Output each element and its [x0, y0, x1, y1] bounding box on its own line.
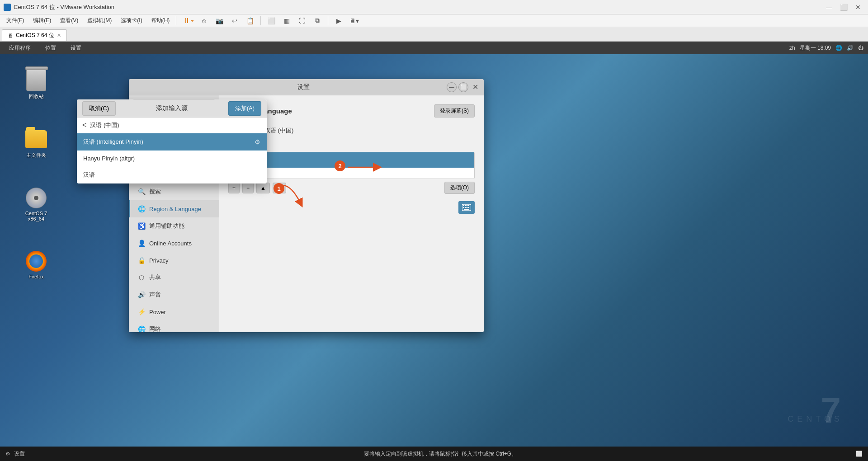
sidebar-item-privacy[interactable]: 🔒 Privacy: [129, 252, 219, 269]
normal-view-btn[interactable]: ⬜: [264, 16, 278, 26]
desktop-area: 回收站 主文件夹 CentOS 7 x86_64: [0, 54, 868, 447]
move-up-btn[interactable]: ▲: [256, 183, 270, 193]
dialog-item-hanyu-pinyin[interactable]: Hanyu Pinyin (altgr): [77, 151, 267, 166]
settings-minimize-btn[interactable]: —: [447, 82, 457, 92]
keyboard-section: [228, 201, 475, 214]
snapshot-mgr-btn[interactable]: 📋: [243, 16, 257, 26]
svg-rect-1: [463, 205, 464, 206]
guest-location-menu[interactable]: 位置: [41, 44, 61, 52]
sidebar-item-online-accounts[interactable]: 👤 Online Accounts: [129, 235, 219, 252]
sidebar-accessibility-label: 通用辅助功能: [149, 222, 184, 230]
breadcrumb-text: 汉语 (中国): [90, 121, 119, 129]
dialog-breadcrumb: < 汉语 (中国): [77, 118, 267, 133]
sidebar-search-label: 搜索: [149, 188, 161, 196]
settings-maximize-btn[interactable]: ⬜: [458, 82, 468, 92]
sidebar-privacy-label: Privacy: [149, 257, 169, 264]
revert-btn[interactable]: ↩: [228, 16, 241, 26]
vmware-toolbar: ⏸▾ ⎋ 📷 ↩ 📋 ⬜ ▦ ⛶ ⧉ ▶ 🖥▾: [182, 16, 361, 26]
display-btn[interactable]: 🖥▾: [347, 16, 361, 26]
desktop-icon-firefox[interactable]: Firefox: [18, 249, 54, 281]
input-source-actions: + − ▲ ▼ 选项(O): [228, 182, 475, 194]
toolbar-divider: [176, 16, 176, 25]
step2-label: 2: [338, 163, 341, 169]
tab-label: CentOS 7 64 位: [16, 32, 54, 39]
sound-nav-icon: 🔊: [137, 291, 146, 299]
pause-btn[interactable]: ⏸▾: [182, 16, 195, 26]
firefox-icon-shape: [26, 251, 47, 272]
tab-close-icon[interactable]: ✕: [57, 33, 61, 38]
sidebar-item-region[interactable]: 🌐 Region & Language: [129, 200, 219, 217]
vm-settings-icon: ⚙: [5, 451, 10, 457]
menu-vm[interactable]: 虚拟机(M): [83, 14, 116, 27]
full-screen-btn[interactable]: ⛶: [295, 16, 309, 26]
step2-badge: 2: [335, 160, 345, 171]
dialog-item-intelligent-pinyin[interactable]: 汉语 (Intelligent Pinyin) ⚙: [77, 133, 267, 151]
vmware-minimize-btn[interactable]: —: [823, 2, 835, 12]
add-input-source-btn[interactable]: +: [228, 183, 240, 193]
sidebar-item-network[interactable]: 🌐 网络: [129, 320, 219, 332]
firefox-globe: [29, 254, 43, 268]
privacy-icon: 🔒: [137, 256, 146, 264]
chinese-label: 汉语: [83, 171, 95, 179]
dialog-item-chinese[interactable]: 汉语: [77, 166, 267, 183]
keyboard-layout-btn[interactable]: [458, 201, 475, 214]
breadcrumb-back-btn[interactable]: <: [82, 121, 86, 129]
guest-settings-menu[interactable]: 设置: [66, 44, 86, 52]
remove-input-source-btn[interactable]: −: [242, 183, 254, 193]
snapshot-btn[interactable]: 📷: [212, 16, 226, 26]
vmware-close-btn[interactable]: ✕: [852, 2, 864, 12]
desktop-icon-centos[interactable]: CentOS 7 x86_64: [18, 185, 54, 223]
sidebar-item-power[interactable]: ⚡ Power: [129, 303, 219, 320]
folder-icon-img: [25, 128, 47, 150]
fullscreen-icon: ⬜: [856, 451, 863, 457]
menu-tab[interactable]: 选项卡(I): [116, 14, 146, 27]
unity-btn[interactable]: ▦: [280, 16, 293, 26]
sidebar-item-share[interactable]: ⬡ 共享: [129, 269, 219, 286]
dialog-add-btn[interactable]: 添加(A): [228, 101, 261, 116]
vmware-maximize-btn[interactable]: ⬜: [837, 2, 850, 12]
centos-text: CENTOS: [788, 414, 843, 424]
region-icon: 🌐: [137, 205, 146, 213]
toolbar-divider2: [260, 16, 261, 25]
sidebar-sound-label: 声音: [149, 291, 161, 299]
dialog-title: 添加输入源: [116, 104, 228, 113]
menu-file[interactable]: 文件(F): [2, 14, 28, 27]
login-screen-btn[interactable]: 登录屏幕(S): [434, 104, 475, 118]
sidebar-item-sound[interactable]: 🔊 声音: [129, 286, 219, 303]
vmware-tabbar: 🖥 CentOS 7 64 位 ✕: [0, 27, 868, 42]
sidebar-item-accessibility[interactable]: ♿ 通用辅助功能: [129, 217, 219, 235]
vmware-title: CentOS 7 64 位 - VMware Workstation: [14, 3, 823, 11]
sidebar-item-search[interactable]: 🔍 搜索: [129, 183, 219, 200]
menu-edit[interactable]: 编辑(E): [28, 14, 56, 27]
options-btn[interactable]: 选项(O): [444, 182, 475, 194]
power-icon: ⏻: [858, 45, 863, 51]
dialog-cancel-btn[interactable]: 取消(C): [82, 101, 116, 116]
console-btn[interactable]: ▶: [332, 16, 345, 26]
intelligent-pinyin-label: 汉语 (Intelligent Pinyin): [83, 138, 143, 146]
menu-help[interactable]: 帮助(H): [147, 14, 175, 27]
network-icon: 🌐: [835, 45, 842, 51]
dialog-titlebar: 取消(C) 添加输入源 添加(A): [77, 99, 267, 118]
sidebar-share-label: 共享: [149, 273, 161, 282]
desktop-icon-trash[interactable]: 回收站: [18, 68, 54, 102]
svg-rect-8: [464, 209, 469, 210]
menu-view[interactable]: 查看(V): [56, 14, 83, 27]
step1-label: 1: [277, 185, 280, 192]
quick-switch-btn[interactable]: ⧉: [311, 16, 324, 26]
hint-text: 要将输入定向到该虚拟机，请将鼠标指针移入其中或按 Ctrl+G。: [25, 450, 856, 458]
guest-time: 星期一 18:09: [800, 44, 831, 52]
share-icon: ⬡: [137, 273, 146, 282]
vm-tab[interactable]: 🖥 CentOS 7 64 位 ✕: [2, 29, 67, 41]
send-ctrl-alt-del-btn[interactable]: ⎋: [197, 16, 211, 26]
settings-close-btn[interactable]: ✕: [470, 82, 480, 92]
svg-rect-3: [467, 205, 469, 206]
guest-topbar-right: zh 星期一 18:09 🌐 🔊 ⏻: [789, 44, 863, 52]
add-input-dialog: 取消(C) 添加输入源 添加(A) < 汉语 (中国) 汉语 (Intellig…: [77, 99, 267, 183]
toolbar-divider3: [328, 16, 328, 25]
desktop-icon-home[interactable]: 主文件夹: [18, 127, 54, 160]
dialog-list: 汉语 (Intelligent Pinyin) ⚙ Hanyu Pinyin (…: [77, 133, 267, 183]
sidebar-region-label: Region & Language: [149, 206, 201, 212]
guest-apps-menu[interactable]: 应用程序: [5, 44, 35, 52]
trash-label: 回收站: [29, 93, 44, 100]
firefox-label: Firefox: [28, 274, 44, 279]
